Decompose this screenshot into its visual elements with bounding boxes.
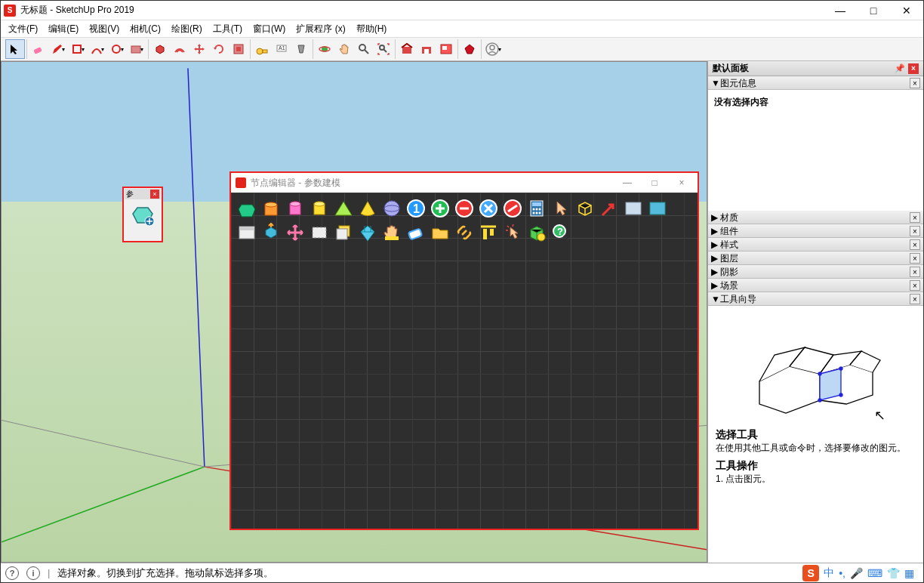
node-cylinder-yellow-icon[interactable] [308, 197, 331, 220]
menu-file[interactable]: 文件(F) [4, 21, 42, 37]
section-layers-header[interactable]: ▶图层× [708, 251, 923, 265]
offset-tool-button[interactable] [170, 39, 189, 59]
section-styles-header[interactable]: ▶样式× [708, 238, 923, 251]
node-editor-window[interactable]: 节点编辑器 - 参数建模 — □ × 1 [229, 171, 699, 530]
paint-bucket-tool-button[interactable] [291, 39, 311, 59]
node-editor-maximize-button[interactable]: □ [643, 177, 666, 188]
ime-lang-label[interactable]: 中 [824, 566, 834, 580]
node-canvas-blue-icon[interactable] [646, 197, 669, 220]
node-pointer-icon[interactable] [550, 197, 572, 220]
section-scenes-header[interactable]: ▶场景× [708, 279, 923, 292]
zoom-tool-button[interactable] [354, 39, 374, 59]
ime-menu-icon[interactable]: ▦ [904, 567, 914, 579]
warehouse-button[interactable] [397, 39, 417, 59]
section-shadows-header[interactable]: ▶阴影× [708, 265, 923, 279]
window-close-button[interactable]: ✕ [890, 1, 923, 20]
node-pyramid-icon[interactable] [332, 197, 355, 220]
tray-pin-icon[interactable]: 📌 [895, 63, 905, 73]
section-close-icon[interactable]: × [910, 294, 920, 304]
node-multiply-icon[interactable] [477, 197, 500, 220]
node-prism-orange-icon[interactable] [260, 197, 282, 220]
tray-header[interactable]: 默认面板 📌 × [708, 61, 923, 76]
menu-camera[interactable]: 相机(C) [125, 21, 165, 37]
node-cylinder-pink-icon[interactable] [284, 197, 306, 220]
menu-help[interactable]: 帮助(H) [352, 21, 392, 37]
node-extrude-icon[interactable] [260, 221, 282, 244]
node-sphere-icon[interactable] [380, 197, 403, 220]
section-close-icon[interactable]: × [910, 280, 920, 291]
node-package-icon[interactable] [525, 221, 548, 244]
node-help-search-icon[interactable]: ? [550, 221, 572, 244]
orbit-tool-button[interactable] [315, 39, 334, 59]
node-selection-dashed-icon[interactable] [308, 221, 331, 244]
node-calculator-icon[interactable] [525, 197, 548, 220]
pan-tool-button[interactable] [334, 39, 354, 59]
node-panel-icon[interactable] [236, 221, 258, 244]
ruby-console-button[interactable] [460, 39, 479, 59]
ime-keyboard-icon[interactable]: ⌨ [867, 567, 882, 579]
arc-tool-button[interactable]: ▾ [88, 39, 107, 59]
node-editor-minimize-button[interactable]: — [616, 177, 639, 188]
text-tool-button[interactable]: A1 [272, 39, 291, 59]
node-divide-icon[interactable] [501, 197, 524, 220]
circle-tool-button[interactable]: ▾ [107, 39, 127, 59]
menu-draw[interactable]: 绘图(R) [167, 21, 207, 37]
node-layers-icon[interactable] [332, 221, 355, 244]
node-click-icon[interactable] [501, 221, 524, 244]
section-close-icon[interactable]: × [910, 253, 920, 264]
menu-tools[interactable]: 工具(T) [208, 21, 247, 37]
extension-warehouse-button[interactable] [417, 39, 436, 59]
ime-skin-icon[interactable]: 👕 [887, 567, 900, 579]
polygon-tool-button[interactable]: ▾ [127, 39, 146, 59]
section-close-icon[interactable]: × [910, 78, 920, 88]
pencil-tool-button[interactable]: ▾ [48, 39, 68, 59]
node-hand-tool-icon[interactable] [380, 221, 403, 244]
node-box-green-icon[interactable] [236, 197, 258, 220]
ime-bar[interactable]: S 中 •, 🎤 ⌨ 👕 ▦ [798, 565, 919, 581]
window-maximize-button[interactable]: □ [857, 1, 890, 20]
user-account-button[interactable]: ▾ [483, 39, 503, 59]
node-editor-close-button[interactable]: × [670, 177, 693, 188]
scale-tool-button[interactable] [229, 39, 248, 59]
node-diamond-icon[interactable] [356, 221, 379, 244]
menu-extensions[interactable]: 扩展程序 (x) [291, 21, 350, 37]
node-add-icon[interactable] [429, 197, 451, 220]
section-instructor-header[interactable]: ▼工具向导× [708, 292, 923, 306]
float-toolbar-close-icon[interactable]: × [150, 190, 159, 199]
section-entity-info-header[interactable]: ▼ 图元信息 × [708, 76, 923, 90]
section-close-icon[interactable]: × [910, 239, 920, 250]
node-align-top-icon[interactable] [477, 221, 500, 244]
section-close-icon[interactable]: × [910, 226, 920, 236]
status-help-icon[interactable]: ? [5, 566, 19, 580]
sogou-ime-icon[interactable]: S [802, 565, 819, 581]
node-editor-canvas[interactable]: 1 [231, 193, 698, 529]
menu-window[interactable]: 窗口(W) [248, 21, 290, 37]
ime-punct-icon[interactable]: •, [839, 567, 845, 579]
node-move-cross-icon[interactable] [284, 221, 306, 244]
node-editor-titlebar[interactable]: 节点编辑器 - 参数建模 — □ × [231, 173, 698, 193]
status-info-icon[interactable]: i [26, 566, 40, 580]
parametric-modeling-icon[interactable] [129, 201, 156, 228]
3d-viewport[interactable]: 参 × 节点编辑器 - 参数建模 — □ × [1, 61, 707, 563]
node-number-1-icon[interactable]: 1 [405, 197, 427, 220]
menu-view[interactable]: 视图(V) [85, 21, 124, 37]
ime-voice-icon[interactable]: 🎤 [850, 567, 863, 579]
zoom-extents-tool-button[interactable] [374, 39, 393, 59]
move-tool-button[interactable] [189, 39, 209, 59]
section-materials-header[interactable]: ▶材质× [708, 211, 923, 224]
node-folder-icon[interactable] [429, 221, 451, 244]
node-eraser-icon[interactable] [405, 221, 427, 244]
shape-tool-button[interactable]: ▾ [68, 39, 88, 59]
tray-close-icon[interactable]: × [908, 63, 919, 74]
node-cone-icon[interactable] [356, 197, 379, 220]
section-components-header[interactable]: ▶组件× [708, 224, 923, 238]
window-minimize-button[interactable]: — [824, 1, 857, 20]
node-arrow-out-icon[interactable] [598, 197, 621, 220]
section-close-icon[interactable]: × [910, 267, 920, 277]
node-subtract-icon[interactable] [453, 197, 476, 220]
pushpull-tool-button[interactable] [150, 39, 170, 59]
node-wireframe-icon[interactable] [574, 197, 596, 220]
menu-edit[interactable]: 编辑(E) [44, 21, 83, 37]
layout-button[interactable] [436, 39, 456, 59]
section-close-icon[interactable]: × [910, 212, 920, 223]
